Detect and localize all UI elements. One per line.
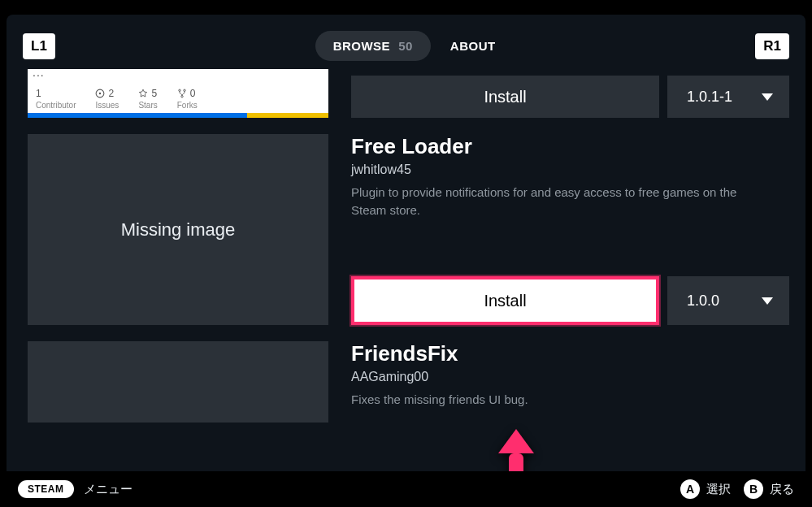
- stars-count: 5: [151, 88, 157, 99]
- plugin-row: FriendsFix AAGaming00 Fixes the missing …: [28, 341, 789, 422]
- tab-row: BROWSE 50 ABOUT: [315, 31, 496, 61]
- version-dropdown[interactable]: 1.0.1-1: [667, 76, 789, 118]
- plugin-title: Free Loader: [351, 134, 789, 159]
- contrib-label: Contributor: [36, 101, 76, 110]
- a-button-icon: A: [680, 479, 700, 499]
- version-value: 1.0.1-1: [687, 89, 732, 106]
- svg-point-4: [181, 96, 183, 98]
- plugin-thumbnail-missing[interactable]: Missing image: [28, 134, 328, 325]
- issues-label: Issues: [95, 101, 119, 110]
- plugin-row: ... 1 Contributor 2 Issues: [28, 69, 789, 118]
- install-button[interactable]: Install: [351, 276, 659, 325]
- svg-point-2: [179, 89, 180, 91]
- forks-label: Forks: [177, 101, 198, 110]
- ellipsis-icon: ...: [33, 69, 45, 79]
- bottom-bar: STEAM メニュー A 選択 B 戻る: [0, 471, 812, 507]
- version-dropdown[interactable]: 1.0.0: [667, 276, 789, 325]
- plugin-row: Missing image Free Loader jwhitlow45 Plu…: [28, 134, 789, 325]
- forks-count: 0: [190, 88, 196, 99]
- contrib-count: 1: [36, 88, 41, 99]
- tab-about[interactable]: ABOUT: [450, 39, 496, 53]
- bumper-left[interactable]: L1: [23, 33, 55, 59]
- plugin-description: Fixes the missing friends UI bug.: [351, 391, 766, 409]
- svg-point-1: [99, 93, 101, 94]
- top-bar: L1 BROWSE 50 ABOUT R1: [7, 15, 805, 69]
- b-button-hint: B 戻る: [744, 479, 794, 499]
- svg-point-3: [184, 89, 185, 91]
- bumper-right[interactable]: R1: [755, 33, 789, 59]
- stars-label: Stars: [138, 101, 157, 110]
- tab-browse-count: 50: [398, 39, 413, 53]
- a-button-label: 選択: [706, 482, 731, 497]
- install-button[interactable]: Install: [351, 76, 659, 118]
- chevron-down-icon: [762, 297, 773, 305]
- plugin-thumbnail[interactable]: [28, 341, 328, 422]
- star-icon: [138, 89, 148, 98]
- tab-browse-label: BROWSE: [333, 39, 391, 53]
- plugin-author: AAGaming00: [351, 370, 789, 384]
- chevron-down-icon: [762, 93, 773, 101]
- b-button-icon: B: [744, 479, 763, 499]
- plugin-author: jwhitlow45: [351, 162, 789, 177]
- issues-icon: [95, 89, 105, 98]
- fork-icon: [177, 89, 187, 98]
- steam-button[interactable]: STEAM: [18, 480, 74, 498]
- plugin-title: FriendsFix: [351, 341, 789, 366]
- b-button-label: 戻る: [770, 482, 794, 497]
- plugin-list: ... 1 Contributor 2 Issues: [7, 69, 805, 504]
- tab-browse[interactable]: BROWSE 50: [315, 31, 431, 61]
- menu-label: メニュー: [84, 482, 132, 497]
- version-value: 1.0.0: [687, 292, 719, 310]
- a-button-hint: A 選択: [680, 479, 731, 499]
- plugin-description: Plugin to provide notifications for and …: [351, 184, 766, 219]
- issues-count: 2: [108, 88, 114, 99]
- plugin-thumbnail[interactable]: ... 1 Contributor 2 Issues: [28, 69, 328, 118]
